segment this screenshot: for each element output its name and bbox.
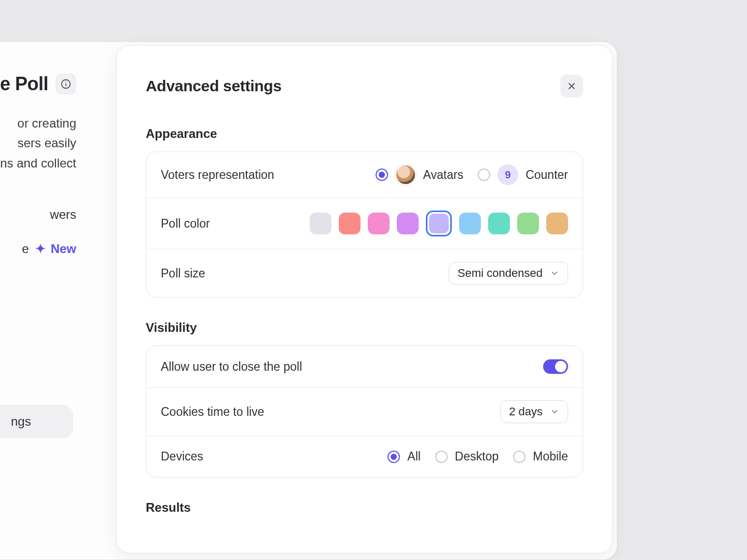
select-value: 2 days — [509, 405, 543, 418]
radio-label: Desktop — [455, 450, 499, 464]
page-title: e Poll — [0, 73, 48, 95]
cookies-ttl-select[interactable]: 2 days — [500, 400, 568, 423]
color-swatch[interactable] — [459, 213, 481, 234]
color-swatch[interactable] — [310, 213, 331, 234]
poll-size-select[interactable]: Semi condensed — [449, 262, 568, 285]
svg-point-2 — [65, 81, 66, 82]
visibility-card: Allow user to close the poll Cookies tim… — [146, 345, 583, 478]
section-title-results: Results — [146, 500, 583, 515]
sidebar-item-selected[interactable]: ngs — [0, 405, 73, 438]
color-swatch[interactable] — [546, 213, 568, 234]
radio-label: Counter — [525, 168, 568, 182]
chevron-down-icon — [550, 269, 559, 278]
modal-title: Advanced settings — [146, 77, 282, 95]
allow-close-label: Allow user to close the poll — [161, 360, 302, 374]
color-swatch[interactable] — [368, 213, 390, 234]
sidebar-item-new[interactable]: e ✦ New — [0, 242, 76, 256]
radio-option-counter[interactable]: 9 Counter — [478, 164, 568, 185]
color-swatch[interactable] — [488, 213, 510, 234]
radio-option-mobile[interactable]: Mobile — [513, 450, 568, 464]
radio-option-desktop[interactable]: Desktop — [435, 450, 499, 464]
cookies-ttl-label: Cookies time to live — [161, 405, 264, 419]
allow-close-toggle[interactable] — [543, 359, 568, 374]
radio-option-all[interactable]: All — [388, 450, 421, 464]
info-button[interactable] — [56, 74, 76, 94]
radio-icon — [435, 451, 448, 463]
left-panel: e Poll or creating sers easily ns and co… — [0, 42, 89, 288]
radio-icon — [376, 169, 388, 181]
app-window: e Poll or creating sers easily ns and co… — [0, 41, 617, 560]
radio-option-avatars[interactable]: Avatars — [376, 164, 464, 185]
radio-icon — [478, 169, 490, 181]
poll-size-label: Poll size — [161, 267, 205, 281]
radio-icon — [513, 451, 525, 463]
radio-label: All — [407, 450, 421, 464]
appearance-card: Voters representation Avatars 9 Counter … — [146, 151, 583, 298]
counter-chip: 9 — [497, 164, 518, 185]
close-button[interactable] — [560, 75, 583, 97]
color-swatch[interactable] — [517, 213, 539, 234]
color-swatches — [310, 211, 568, 236]
color-swatch-selected[interactable] — [426, 211, 452, 236]
section-title-appearance: Appearance — [146, 127, 583, 141]
section-title-visibility: Visibility — [146, 320, 583, 335]
info-icon — [60, 78, 72, 90]
page-subtitle: or creating sers easily ns and collect — [0, 114, 76, 173]
devices-label: Devices — [161, 450, 203, 464]
close-icon — [566, 81, 577, 91]
poll-color-label: Poll color — [161, 217, 210, 231]
select-value: Semi condensed — [458, 267, 543, 280]
radio-label: Mobile — [533, 450, 568, 464]
avatar-icon — [395, 164, 416, 185]
voters-representation-label: Voters representation — [161, 168, 274, 182]
chevron-down-icon — [550, 407, 559, 416]
sparkle-icon: ✦ — [35, 242, 46, 256]
radio-label: Avatars — [423, 168, 464, 182]
color-swatch[interactable] — [397, 213, 419, 234]
radio-icon — [388, 451, 400, 463]
advanced-settings-modal: Advanced settings Appearance Voters repr… — [116, 45, 613, 553]
sidebar-item[interactable]: wers — [0, 207, 76, 222]
color-swatch[interactable] — [339, 213, 361, 234]
